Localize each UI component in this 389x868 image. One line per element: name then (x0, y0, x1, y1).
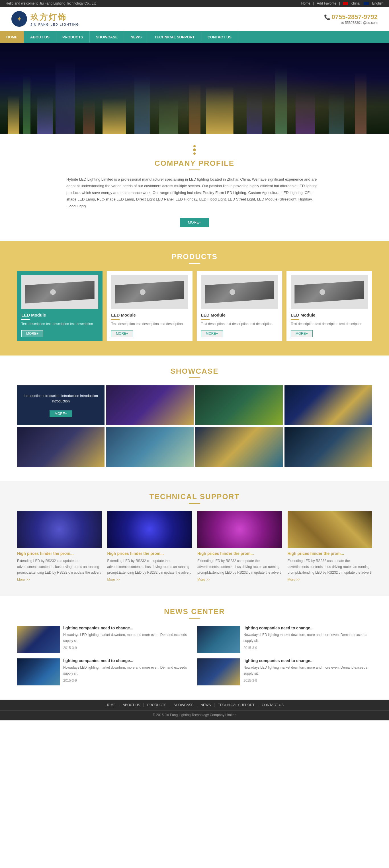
news-img-3 (17, 658, 60, 685)
tech-title: TECHNICAL SUPPORT (17, 492, 372, 501)
hero-banner (0, 43, 389, 134)
nav-item-products[interactable]: PRODUCTS (56, 31, 90, 43)
nav-item-home[interactable]: HOME (0, 31, 24, 43)
product-img-2 (111, 275, 188, 309)
footer-nav-tech[interactable]: TECHNICAL SUPPORT (215, 703, 258, 707)
phone-number: 0755-2857-9792 (324, 13, 378, 21)
news-content-2: lighting companies need to change... Now… (244, 626, 372, 653)
showcase-bg-3 (284, 385, 372, 425)
en-lang-link[interactable]: English (372, 1, 383, 5)
tech-card-2: High prices hinder the prom... Extending… (107, 511, 192, 582)
showcase-bg-1 (106, 385, 194, 425)
showcase-bg-2 (195, 385, 283, 425)
news-header: NEWS CENTER (17, 607, 372, 619)
news-img-1 (17, 626, 60, 653)
add-favorite-link[interactable]: Add Favorite (317, 1, 336, 5)
logo-text: 玖方灯饰 JIU FANG LED LIGHTING (30, 12, 79, 26)
nav-item-showcase[interactable]: SHOWCASE (90, 31, 124, 43)
showcase-item-7 (195, 427, 283, 467)
footer-nav-news[interactable]: NEWS (197, 703, 215, 707)
tech-title-4: High prices hinder the prom... (288, 551, 372, 556)
email-address: 553078301 @qq.com (324, 21, 378, 25)
tech-more-1[interactable]: More >> (17, 578, 102, 582)
showcase-item-6 (106, 427, 194, 467)
product-card-1: LED Module Text description text descrip… (17, 271, 103, 341)
tech-title-2: High prices hinder the prom... (107, 551, 192, 556)
footer-nav-products[interactable]: PRODUCTS (144, 703, 170, 707)
news-title-3: lighting companies need to change... (63, 658, 192, 663)
showcase-title: SHOWCASE (17, 367, 372, 376)
tech-img-1 (17, 511, 102, 548)
showcase-item-2 (106, 385, 194, 425)
logo-cn: 玖方灯饰 (30, 12, 79, 23)
footer-nav-about[interactable]: ABOUT US (119, 703, 144, 707)
product-more-btn-2[interactable]: MORE+ (111, 330, 133, 337)
product-card-3: LED Module Text description text descrip… (197, 271, 282, 341)
tech-divider (189, 503, 200, 504)
logo-icon (11, 11, 27, 27)
tech-more-3[interactable]: More >> (197, 578, 282, 582)
home-link[interactable]: Home (301, 1, 310, 5)
showcase-bg-4 (17, 427, 105, 467)
news-title: NEWS CENTER (17, 607, 372, 616)
products-section: PRODUCTS LED Module Text description tex… (0, 241, 389, 355)
footer-nav-contact[interactable]: CONTACT US (258, 703, 287, 707)
news-title-4: lighting companies need to change... (244, 658, 372, 663)
product-img-inner-4 (295, 281, 364, 304)
news-item-2: lighting companies need to change... Now… (197, 626, 372, 653)
dot-3 (193, 152, 196, 155)
news-grid: lighting companies need to change... Now… (17, 626, 372, 685)
showcase-bg-6 (195, 427, 283, 467)
product-more-btn-4[interactable]: MORE+ (291, 330, 313, 337)
product-divider-2 (111, 319, 120, 320)
tech-more-2[interactable]: More >> (107, 578, 192, 582)
product-name-2: LED Module (111, 313, 188, 317)
tech-card-3: High prices hinder the prom... Extending… (197, 511, 282, 582)
nav-item-news[interactable]: NEWS (124, 31, 148, 43)
news-section: NEWS CENTER lighting companies need to c… (0, 596, 389, 700)
tech-desc-4: Extending LED by RS232 can update the ad… (288, 558, 372, 575)
china-flag-icon[interactable] (343, 2, 348, 5)
news-divider (189, 618, 200, 619)
tech-more-4[interactable]: More >> (288, 578, 372, 582)
product-img-inner-2 (115, 281, 184, 304)
product-card-4: LED Module Text description text descrip… (286, 271, 372, 341)
footer-copyright: © 2015 Jiu Fang Lighting Technology Comp… (0, 710, 389, 720)
top-bar: Hello and welcome to Jiu Fang Lighting T… (0, 0, 389, 7)
hero-lights-overlay (0, 43, 389, 134)
product-more-btn-1[interactable]: MORE+ (21, 330, 43, 337)
news-item-3: lighting companies need to change... Now… (17, 658, 192, 685)
logo: 玖方灯饰 JIU FANG LED LIGHTING (11, 11, 79, 27)
english-flag-icon[interactable] (364, 2, 369, 5)
footer-nav-showcase[interactable]: SHOWCASE (170, 703, 197, 707)
company-more-button[interactable]: MORE+ (180, 218, 209, 227)
company-profile-text: Hybrite LED Lighting Limited is a profes… (66, 176, 323, 209)
product-card-2: LED Module Text description text descrip… (107, 271, 192, 341)
showcase-section: SHOWCASE Introduction Introduction Intro… (0, 355, 389, 481)
showcase-intro-text: Introduction Introduction Introduction I… (21, 393, 100, 404)
news-content-4: lighting companies need to change... Now… (244, 658, 372, 685)
tech-desc-1: Extending LED by RS232 can update the ad… (17, 558, 102, 575)
main-nav: HOME ABOUT US PRODUCTS SHOWCASE NEWS TEC… (0, 31, 389, 43)
tech-desc-3: Extending LED by RS232 can update the ad… (197, 558, 282, 575)
showcase-item-intro: Introduction Introduction Introduction I… (17, 385, 105, 425)
footer-nav-home[interactable]: HOME (102, 703, 119, 707)
nav-item-contact[interactable]: CONTACT US (201, 31, 238, 43)
product-desc-2: Text description text description text d… (111, 321, 188, 327)
dot-1 (193, 145, 196, 147)
tech-grid: High prices hinder the prom... Extending… (17, 511, 372, 582)
product-more-btn-3[interactable]: MORE+ (201, 330, 223, 337)
product-name-3: LED Module (201, 313, 278, 317)
news-date-4: 2015-3-9 (244, 679, 372, 683)
nav-item-tech[interactable]: TECHNICAL SUPPORT (148, 31, 201, 43)
tech-img-2 (107, 511, 192, 548)
cn-lang-link[interactable]: china (352, 1, 360, 5)
nav-item-about[interactable]: ABOUT US (24, 31, 56, 43)
tech-title-1: High prices hinder the prom... (17, 551, 102, 556)
showcase-more-btn[interactable]: MORE+ (50, 410, 72, 417)
showcase-bg-5 (106, 427, 194, 467)
showcase-item-3 (195, 385, 283, 425)
news-date-1: 2015-3-9 (63, 646, 192, 650)
product-desc-4: Text description text description text d… (291, 321, 368, 327)
products-header: PRODUCTS (17, 252, 372, 264)
